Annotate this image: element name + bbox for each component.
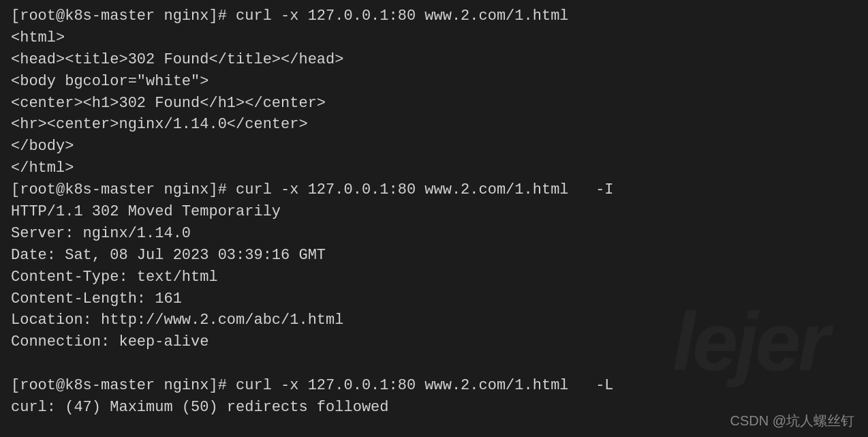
terminal-prompt: [root@k8s-master nginx]# curl -x 127.0.0… (11, 5, 857, 27)
terminal-output: Location: http://www.2.com/abc/1.html (11, 310, 857, 331)
terminal-prompt: [root@k8s-master nginx]# curl -x 127.0.0… (11, 375, 857, 397)
terminal-output: <hr><center>nginx/1.14.0</center> (11, 114, 857, 136)
terminal-output: <head><title>302 Found</title></head> (11, 49, 857, 71)
terminal-output: Connection: keep-alive (11, 331, 857, 353)
terminal-window: lejer [root@k8s-master nginx]# curl -x 1… (0, 0, 868, 437)
terminal-output: Date: Sat, 08 Jul 2023 03:39:16 GMT (11, 245, 857, 267)
terminal-prompt: [root@k8s-master nginx]# curl -x 127.0.0… (11, 179, 857, 201)
terminal-output: HTTP/1.1 302 Moved Temporarily (11, 201, 857, 223)
terminal-output: <html> (11, 27, 857, 49)
terminal-content: [root@k8s-master nginx]# curl -x 127.0.0… (11, 5, 857, 419)
empty-line (11, 353, 857, 375)
terminal-output: <body bgcolor="white"> (11, 71, 857, 93)
csdn-watermark: CSDN @坑人螺丝钉 (730, 412, 854, 430)
terminal-output: </body> (11, 136, 857, 157)
terminal-output: Server: nginx/1.14.0 (11, 223, 857, 245)
terminal-output: <center><h1>302 Found</h1></center> (11, 93, 857, 115)
terminal-output: Content-Length: 161 (11, 288, 857, 310)
terminal-output: </html> (11, 157, 857, 179)
terminal-output: Content-Type: text/html (11, 267, 857, 288)
